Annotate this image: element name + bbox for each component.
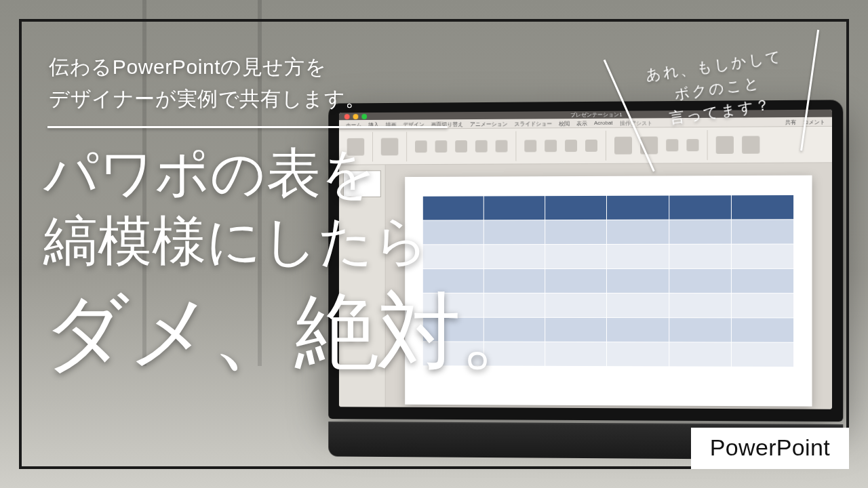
table-cell <box>669 220 731 244</box>
table-cell <box>669 244 731 268</box>
table-cell <box>669 293 731 318</box>
headline-line-2: 縞模様にしたら <box>43 207 542 275</box>
shapes-icon[interactable] <box>614 137 632 155</box>
table-cell <box>669 195 731 220</box>
tab-review[interactable]: 校閲 <box>559 120 570 127</box>
design-ideas-icon[interactable] <box>716 136 734 154</box>
align-center-icon[interactable] <box>585 140 597 152</box>
table-cell <box>607 244 669 268</box>
tab-slideshow[interactable]: スライドショー <box>514 120 552 127</box>
table-cell <box>607 293 669 318</box>
tab-animations[interactable]: アニメーション <box>470 121 508 128</box>
table-cell <box>731 342 793 367</box>
tab-view[interactable]: 表示 <box>576 120 587 127</box>
table-cell <box>669 268 731 293</box>
table-cell <box>607 220 669 244</box>
create-pdf-icon[interactable] <box>742 136 760 154</box>
table-cell <box>731 244 793 268</box>
table-cell <box>545 268 607 293</box>
align-left-icon[interactable] <box>565 140 577 152</box>
subtitle-text: 伝わるPowerPointの見せ方をデザイナーが実例で共有します。 <box>49 52 366 115</box>
share-button[interactable]: 共有 <box>785 119 796 126</box>
table-cell <box>731 268 793 293</box>
numbering-icon[interactable] <box>545 140 557 152</box>
tell-me-search[interactable]: 操作アシスト <box>620 119 652 127</box>
headline-text: パワポの表を 縞模様にしたら ダメ、絶対。 <box>43 140 542 384</box>
table-cell <box>669 342 731 367</box>
shape-fill-icon[interactable] <box>666 139 678 151</box>
table-cell <box>545 293 607 317</box>
table-cell <box>669 318 731 342</box>
table-cell <box>545 220 607 244</box>
headline-line-1: パワポの表を <box>43 140 542 207</box>
shape-outline-icon[interactable] <box>686 139 698 151</box>
table-cell <box>731 318 793 342</box>
table-cell <box>545 342 607 366</box>
table-cell <box>545 317 607 342</box>
table-cell <box>607 195 669 220</box>
table-cell <box>607 268 669 293</box>
category-tag: PowerPoint <box>691 428 849 469</box>
table-cell <box>607 342 669 367</box>
table-cell <box>731 293 793 318</box>
table-cell <box>545 244 607 268</box>
tab-acrobat[interactable]: Acrobat <box>594 120 613 127</box>
table-cell <box>731 220 793 244</box>
table-cell <box>607 318 669 342</box>
headline-line-3: ダメ、絶対。 <box>43 279 542 384</box>
thumbnail-stage: プレゼンテーション1 ホーム 挿入 描画 デザイン 画面切り替え アニメーション… <box>0 0 868 488</box>
table-cell <box>545 195 607 220</box>
subtitle-underline <box>47 126 448 128</box>
table-cell <box>731 195 793 220</box>
